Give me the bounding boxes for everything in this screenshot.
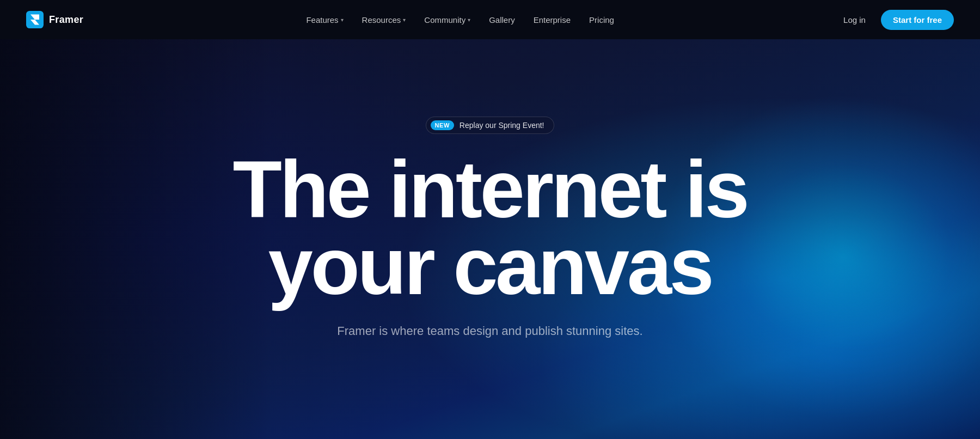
- login-button[interactable]: Log in: [837, 11, 872, 29]
- hero-subtitle: Framer is where teams design and publish…: [337, 322, 642, 340]
- chevron-down-icon: ▾: [468, 17, 470, 23]
- nav-gallery[interactable]: Gallery: [481, 11, 523, 29]
- framer-logo-icon: [26, 11, 44, 28]
- hero-section: NEW Replay our Spring Event! The interne…: [0, 39, 980, 439]
- start-free-button[interactable]: Start for free: [881, 10, 954, 30]
- nav-brand: Framer: [26, 11, 83, 28]
- hero-content: NEW Replay our Spring Event! The interne…: [211, 117, 769, 340]
- navbar: Framer Features ▾ Resources ▾ Community …: [0, 0, 980, 39]
- brand-name: Framer: [49, 14, 83, 26]
- chevron-down-icon: ▾: [341, 17, 344, 23]
- announcement-badge[interactable]: NEW Replay our Spring Event!: [426, 117, 555, 134]
- chevron-down-icon: ▾: [403, 17, 406, 23]
- nav-actions: Log in Start for free: [837, 10, 954, 30]
- new-badge: NEW: [431, 120, 454, 130]
- nav-features[interactable]: Features ▾: [298, 11, 351, 29]
- announcement-text: Replay our Spring Event!: [460, 121, 544, 130]
- nav-enterprise[interactable]: Enterprise: [526, 11, 578, 29]
- nav-menu: Features ▾ Resources ▾ Community ▾ Galle…: [298, 11, 622, 29]
- hero-title: The internet is your canvas: [233, 151, 748, 304]
- nav-community[interactable]: Community ▾: [416, 11, 478, 29]
- nav-pricing[interactable]: Pricing: [581, 11, 622, 29]
- nav-resources[interactable]: Resources ▾: [354, 11, 414, 29]
